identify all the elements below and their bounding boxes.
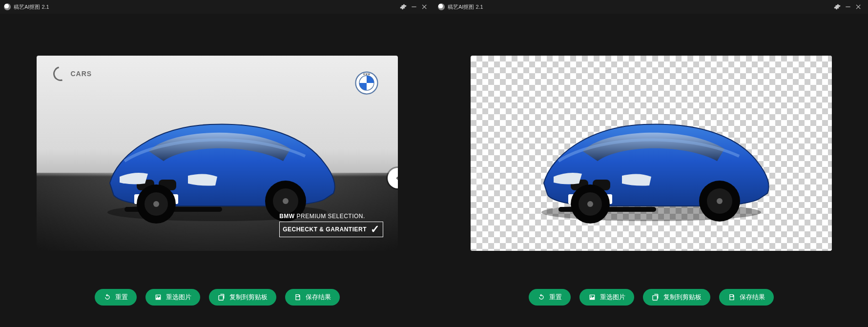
checkmark-icon: ✓: [371, 223, 380, 236]
cars-logo: CARS: [53, 66, 92, 81]
reset-label: 重置: [549, 293, 562, 302]
titlebar: 稿艺AI抠图 2.1: [434, 0, 868, 14]
image-icon: [588, 293, 596, 301]
app-window-result: 稿艺AI抠图 2.1 重置: [434, 0, 868, 327]
toolbar: 重置 重选图片 复制到剪贴板 保存结果: [434, 283, 868, 327]
save-label: 保存结果: [740, 293, 765, 302]
reselect-image-button[interactable]: 重选图片: [145, 289, 200, 306]
save-label: 保存结果: [306, 293, 331, 302]
reset-label: 重置: [115, 293, 128, 302]
bmw-roundel-icon: [355, 71, 378, 95]
save-result-button[interactable]: 保存结果: [719, 289, 774, 306]
titlebar: 稿艺AI抠图 2.1: [0, 0, 434, 14]
premium-line2: GECHECKT & GARANTIERT: [283, 226, 367, 233]
original-image-frame: CARS BMW PREMIUM SELECTION. GECHECKT & G…: [37, 56, 398, 251]
reset-button[interactable]: 重置: [529, 289, 571, 306]
canvas-area-original: CARS BMW PREMIUM SELECTION. GECHECKT & G…: [0, 14, 434, 283]
save-result-button[interactable]: 保存结果: [285, 289, 340, 306]
copy-label: 复制到剪贴板: [229, 293, 268, 302]
reselect-label: 重选图片: [600, 293, 625, 302]
minimize-icon[interactable]: [843, 1, 853, 12]
copy-icon: [652, 293, 660, 301]
app-title: 稿艺AI抠图 2.1: [14, 3, 49, 11]
cars-logo-icon: [50, 64, 70, 84]
copy-icon: [218, 293, 226, 301]
car-cutout-image: [524, 98, 778, 225]
premium-brand: BMW: [279, 213, 295, 220]
app-title: 稿艺AI抠图 2.1: [448, 3, 483, 11]
reselect-label: 重选图片: [166, 293, 191, 302]
app-logo-icon: [438, 3, 445, 10]
copy-to-clipboard-button[interactable]: 复制到剪贴板: [643, 289, 710, 306]
reset-icon: [103, 293, 111, 301]
gear-icon[interactable]: [832, 1, 843, 12]
premium-rest: PREMIUM SELECTION.: [295, 213, 365, 220]
premium-selection-text: BMW PREMIUM SELECTION. GECHECKT & GARANT…: [279, 213, 383, 237]
close-icon[interactable]: [853, 1, 864, 12]
close-icon[interactable]: [419, 1, 430, 12]
result-image-frame: [471, 56, 832, 251]
reset-button[interactable]: 重置: [95, 289, 137, 306]
reset-icon: [537, 293, 545, 301]
canvas-area-result: [434, 14, 868, 283]
save-icon: [728, 293, 736, 301]
chevron-left-icon: [394, 174, 398, 182]
app-window-original: 稿艺AI抠图 2.1 CARS: [0, 0, 434, 327]
copy-to-clipboard-button[interactable]: 复制到剪贴板: [209, 289, 276, 306]
reselect-image-button[interactable]: 重选图片: [579, 289, 634, 306]
save-icon: [294, 293, 302, 301]
minimize-icon[interactable]: [409, 1, 419, 12]
gear-icon[interactable]: [398, 1, 409, 12]
app-logo-icon: [4, 3, 11, 10]
cars-logo-text: CARS: [71, 70, 92, 78]
chevron-right-icon: [471, 174, 475, 182]
toolbar: 重置 重选图片 复制到剪贴板 保存结果: [0, 283, 434, 327]
copy-label: 复制到剪贴板: [663, 293, 702, 302]
image-icon: [154, 293, 162, 301]
car-image: [90, 98, 344, 225]
